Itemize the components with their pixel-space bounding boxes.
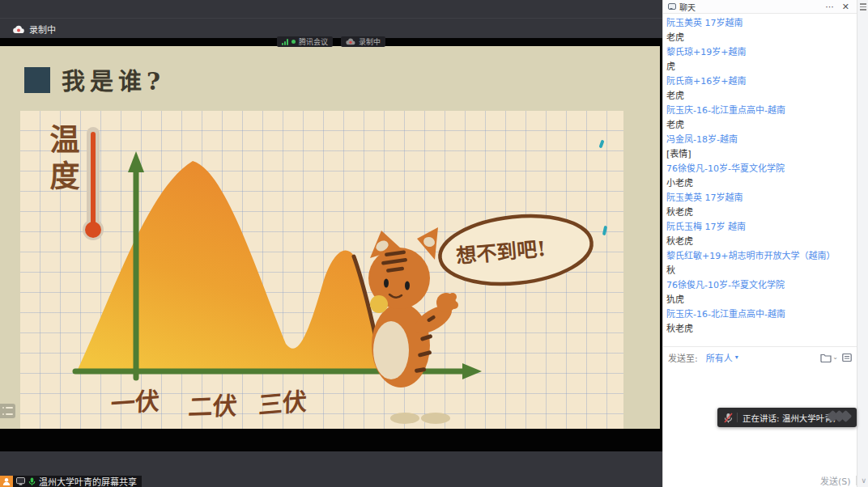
send-button[interactable]: 发送(S) xyxy=(820,474,851,487)
chat-message: 阮玉庆-16-北江重点高中-越南 秋老虎 xyxy=(666,307,853,337)
chevron-down-icon[interactable]: ⌄ xyxy=(832,354,838,361)
mountain-shape xyxy=(77,161,383,371)
chat-message-text: 老虎 xyxy=(666,118,853,133)
cloud-record-icon xyxy=(346,38,355,45)
chat-message: 冯金凤-18岁-越南 [表情] xyxy=(666,133,853,162)
thermometer-icon xyxy=(91,132,96,226)
send-button-divider xyxy=(856,476,857,485)
person-icon xyxy=(2,477,11,485)
chat-message: 阮玉庆-16-北江重点高中-越南 老虎 xyxy=(666,104,853,133)
meeting-badge-label: 腾讯会议 xyxy=(299,36,328,47)
chat-panel-title: 聊天 xyxy=(679,1,696,13)
annotation-toolbar-toggle[interactable] xyxy=(0,404,15,418)
main-share-area: 录制中 腾讯会议 录制中 我是谁? xyxy=(0,0,662,487)
send-to-label: 发送至: xyxy=(668,351,698,364)
chat-message-sender: 76徐俊凡-10岁-华夏文化学院 xyxy=(666,162,853,176)
chat-message-sender: 阮玉美英 17岁越南 xyxy=(666,191,853,205)
chat-message-list[interactable]: 阮玉美英 17岁越南 老虎 黎氏琼+19岁+越南 虎 阮氏商+16岁+越南 老虎… xyxy=(663,14,857,344)
x-axis-label-3: 三伏 xyxy=(258,381,308,421)
chat-message-text: 小老虎 xyxy=(666,176,853,191)
chat-message-text: 秋老虎 xyxy=(666,205,853,220)
tiger-foot xyxy=(390,413,419,424)
speaking-toast-text: 正在讲话: 温州大学叶青; xyxy=(742,412,836,424)
chat-message-sender: 阮玉庆-16-北江重点高中-越南 xyxy=(666,307,853,322)
x-axis-label-1: 一伏 xyxy=(110,381,160,420)
recording-indicator-label: 录制中 xyxy=(29,23,56,36)
screen-share-icon xyxy=(16,477,25,485)
mic-active-icon xyxy=(28,477,36,486)
x-axis-label-2: 二伏 xyxy=(187,386,238,423)
chat-message-text: 秋 xyxy=(666,264,853,278)
chat-message: 阮玉美英 17岁越南 老虎 xyxy=(666,16,853,45)
slide-title-square xyxy=(24,67,50,93)
cloud-record-icon xyxy=(13,25,24,34)
slide-illustration: 温度 想不到吧! 一伏 二伏 三伏 xyxy=(20,111,623,429)
signal-bars-icon xyxy=(282,39,288,45)
chat-message: 阮氏商+16岁+越南 老虎 xyxy=(666,74,853,104)
chat-message-text: 老虎 xyxy=(666,31,853,45)
recording-badge-label: 录制中 xyxy=(359,36,381,47)
chevron-down-icon: ▾ xyxy=(735,354,738,361)
chart-drawing-svg xyxy=(20,111,623,429)
chat-message-text: 犰虎 xyxy=(666,293,853,307)
chat-message-text: 虎 xyxy=(666,60,853,74)
chat-header: 聊天 ··· ✕ xyxy=(663,0,857,14)
send-to-row: 发送至: 所有人 ▾ ⌄ xyxy=(663,346,857,367)
toast-divider xyxy=(737,413,738,422)
sharer-avatar xyxy=(0,476,13,487)
chat-message: 76徐俊凡-10岁-华夏文化学院 犰虎 xyxy=(666,278,853,307)
chat-message-text: 秋老虎 xyxy=(666,235,853,249)
toast-avatars xyxy=(831,412,850,421)
chat-message-sender: 阮玉美英 17岁越南 xyxy=(666,16,853,31)
chat-message: 76徐俊凡-10岁-华夏文化学院 小老虎 xyxy=(666,162,853,191)
send-button-group: 发送(S) ∨ xyxy=(820,474,866,487)
emoji-picker-button[interactable] xyxy=(820,353,832,362)
y-axis-arrowhead xyxy=(128,151,144,172)
chat-message-sender: 冯金凤-18岁-越南 xyxy=(666,133,853,147)
chat-message-sender: 阮氏玉梅 17岁 越南 xyxy=(666,220,853,235)
thermometer-icon xyxy=(85,222,101,238)
send-to-selector[interactable]: 所有人 ▾ xyxy=(706,351,738,364)
y-axis-label: 温度 xyxy=(40,124,84,197)
chat-message-sender: 阮玉庆-16-北江重点高中-越南 xyxy=(666,104,853,118)
recording-indicator: 录制中 xyxy=(13,23,56,36)
menu-icon[interactable] xyxy=(860,3,866,12)
chat-message-text: 秋老虎 xyxy=(666,322,853,337)
slide-title: 我是谁? xyxy=(62,62,165,96)
chat-input-area[interactable] xyxy=(663,368,857,487)
chat-message-sender: 76徐俊凡-10岁-华夏文化学院 xyxy=(666,278,853,293)
overlay-badges: 腾讯会议 录制中 xyxy=(0,36,662,47)
meeting-app-badge: 腾讯会议 xyxy=(277,36,333,47)
sharer-label-text: 温州大学叶青的屏幕共享 xyxy=(39,475,137,487)
titlebar-divider xyxy=(0,18,662,19)
mic-muted-icon xyxy=(724,413,733,423)
speaking-toast: 正在讲话: 温州大学叶青; xyxy=(717,408,857,427)
side-tab-strip xyxy=(857,0,868,487)
chat-message-text: [表情] xyxy=(666,147,853,162)
sharer-info-bar: 温州大学叶青的屏幕共享 xyxy=(0,476,142,487)
shared-slide: 我是谁? xyxy=(0,46,660,429)
online-dot-icon xyxy=(291,40,296,44)
chat-more-button[interactable]: ··· xyxy=(823,2,836,12)
chat-close-button[interactable]: ✕ xyxy=(840,2,852,12)
send-options-chevron-icon[interactable]: ∨ xyxy=(862,476,867,485)
chat-history-button[interactable] xyxy=(842,353,852,362)
chat-message: 阮氏玉梅 17岁 越南 秋老虎 xyxy=(666,220,853,249)
chat-message-sender: 黎氏琼+19岁+越南 xyxy=(666,45,853,60)
sharer-label-bar: 温州大学叶青的屏幕共享 xyxy=(13,476,142,487)
tiger-foot xyxy=(421,413,450,424)
chat-message-sender: 阮氏商+16岁+越南 xyxy=(666,74,853,89)
chat-message-sender: 黎氏红敏+19+胡志明市开放大学（越南） xyxy=(666,249,853,264)
recording-badge: 录制中 xyxy=(341,36,385,47)
chat-icon xyxy=(668,3,676,10)
meeting-window: 录制中 腾讯会议 录制中 我是谁? xyxy=(0,0,868,487)
chat-message-text: 老虎 xyxy=(666,89,853,104)
chat-message: 阮玉美英 17岁越南 秋老虎 xyxy=(666,191,853,220)
chat-message: 黎氏琼+19岁+越南 虎 xyxy=(666,45,853,74)
chat-message: 黎氏红敏+19+胡志明市开放大学（越南） 秋 xyxy=(666,249,853,278)
x-axis-arrowhead xyxy=(462,363,482,379)
